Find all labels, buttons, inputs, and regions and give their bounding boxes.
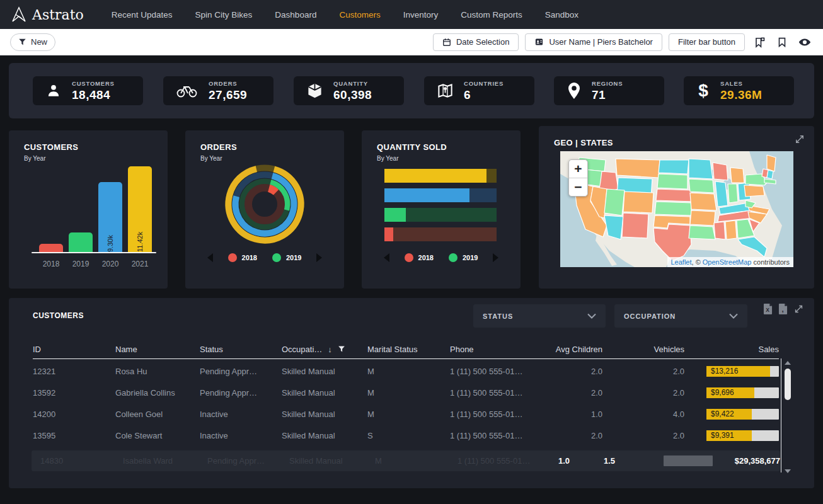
kpi-customers[interactable]: CUSTOMERS18,484 [33,76,143,105]
col-header-avg-children[interactable]: Avg Children [551,345,602,354]
kpi-sales[interactable]: $ SALES29.36M [684,76,794,105]
legend-next-icon[interactable] [316,253,322,262]
scroll-up-icon[interactable] [785,361,791,365]
bar-data-label: 9.30k [106,186,114,252]
zoom-out-button[interactable]: − [569,178,587,196]
x-axis-line [32,252,156,253]
totals-sales-bar [664,455,713,466]
legend-item-2019[interactable]: 2019 [449,253,478,262]
table-body: 12321Rosa HuPending Appr…Skilled ManualM… [33,360,779,446]
x-tick-label: 2020 [98,260,122,268]
expand-icon[interactable] [793,304,804,314]
table-title: CUSTOMERS [33,311,84,320]
nav-items: Recent UpdatesSpin City BikesDashboardCu… [100,10,590,20]
legend-prev-icon[interactable] [384,253,389,262]
status-filter-dropdown[interactable]: STATUS [473,304,606,328]
legend-next-icon[interactable] [493,253,498,262]
legend-dot [405,253,413,262]
hbar-2021[interactable] [384,169,497,183]
bar-2018[interactable] [39,244,63,252]
table-row[interactable]: 14200Colleen GoelInactiveSkilled ManualM… [33,403,779,425]
quantity-chart-card: QUANTITY SOLD By Year 20182019 [362,130,521,289]
brand[interactable]: Astrato [11,6,84,23]
nav-item-recent-updates[interactable]: Recent Updates [100,10,184,20]
nav-item-customers[interactable]: Customers [328,10,391,20]
col-header-marital[interactable]: Marital Status [367,345,450,354]
table-header-row: ID Name Status Occupati… ↓ Marital Statu… [33,340,779,359]
hbar-2020[interactable] [384,188,497,202]
occupation-filter-dropdown[interactable]: OCCUPATION [614,304,747,328]
table-row[interactable]: 13595Cole StewartInactiveSkilled ManualS… [33,425,779,446]
bar-2020[interactable]: 9.30k [98,182,122,252]
hbar-2018[interactable] [384,227,497,241]
svg-text:X: X [766,307,769,313]
col-header-sales[interactable]: Sales [684,345,779,354]
col-header-status[interactable]: Status [200,345,282,354]
col-header-name[interactable]: Name [115,345,200,354]
table-scrollbar[interactable] [784,361,791,473]
bookmark-add-icon[interactable] [751,34,768,50]
customers-x-labels: 2018201920202021 [39,260,152,268]
map-attribution: Leaflet, © OpenStreetMap contributors [667,257,794,267]
brand-name: Astrato [32,7,84,23]
app: Astrato Recent UpdatesSpin City BikesDas… [0,0,823,504]
kpi-regions[interactable]: REGIONS71 [554,76,664,105]
table-row[interactable]: 13592Gabriella CollinsPending Appr…Skill… [33,382,779,403]
export-excel-icon[interactable]: X [763,304,773,314]
legend-dot [228,253,237,262]
bar-data-label: 11.42k [136,171,144,252]
hbar-2019[interactable] [384,208,497,222]
us-map[interactable]: + − Leaflet, © OpenStreetMap contributor… [560,151,793,267]
kpi-quantity[interactable]: QUANTITY60,398 [294,76,404,105]
col-header-vehicles[interactable]: Vehicles [602,345,684,354]
bar-2019[interactable] [69,232,93,252]
nav-item-dashboard[interactable]: Dashboard [263,10,328,20]
sales-bar: $13,216 [706,366,779,377]
x-tick-label: 2019 [69,260,93,268]
sort-desc-icon[interactable]: ↓ [328,345,332,354]
new-filter-pill[interactable]: New [10,33,55,51]
chart-subtitle: By Year [9,152,168,162]
export-csv-icon[interactable]: , [778,304,788,314]
leaflet-link[interactable]: Leaflet [671,258,692,266]
col-header-occupation[interactable]: Occupati… ↓ [282,345,367,354]
osm-link[interactable]: OpenStreetMap [703,258,752,266]
scroll-down-icon[interactable] [785,469,791,473]
kpi-band: CUSTOMERS18,484 ORDERS27,659 QUANTITY60,… [9,63,814,118]
nav-item-inventory[interactable]: Inventory [392,10,450,20]
legend-item-2018[interactable]: 2018 [228,253,257,262]
nav-item-spin-city-bikes[interactable]: Spin City Bikes [184,10,264,20]
bar-2021[interactable]: 11.42k [128,166,152,252]
funnel-icon [18,38,26,46]
customers-bar-plot: 9.30k11.42k [39,166,152,252]
col-header-phone[interactable]: Phone [450,345,551,354]
user-button[interactable]: User Name | Piers Batchelor [525,33,662,51]
bookmark-icon[interactable] [774,34,790,50]
orders-chart-card: ORDERS By Year 20182019 [185,130,344,289]
legend-item-2019[interactable]: 2019 [272,253,301,262]
location-pin-icon [567,82,582,100]
filter-bar-button[interactable]: Filter bar button [669,33,745,51]
date-selection-button[interactable]: Date Selection [433,33,519,51]
legend-dot [449,253,458,262]
hbar-fill [384,169,486,183]
zoom-in-button[interactable]: + [569,160,587,178]
x-tick-label: 2021 [128,260,152,268]
legend-item-2018[interactable]: 2018 [405,253,434,262]
col-header-id[interactable]: ID [33,345,115,354]
filter-funnel-icon[interactable] [338,345,345,353]
expand-icon[interactable] [794,134,805,145]
chart-title: CUSTOMERS [9,130,168,152]
scrollbar-thumb[interactable] [785,369,791,400]
kpi-orders[interactable]: ORDERS27,659 [163,76,273,105]
table-actions: X , [763,304,804,314]
orders-donut[interactable] [217,157,312,251]
legend-prev-icon[interactable] [207,253,213,262]
hbar-fill [384,188,469,202]
eye-icon[interactable] [797,34,813,50]
nav-item-custom-reports[interactable]: Custom Reports [449,10,534,20]
nav-item-sandbox[interactable]: Sandbox [534,10,590,20]
kpi-countries[interactable]: COUNTRIES6 [424,76,534,105]
dollar-icon: $ [696,81,710,100]
table-row[interactable]: 12321Rosa HuPending Appr…Skilled ManualM… [33,360,779,382]
